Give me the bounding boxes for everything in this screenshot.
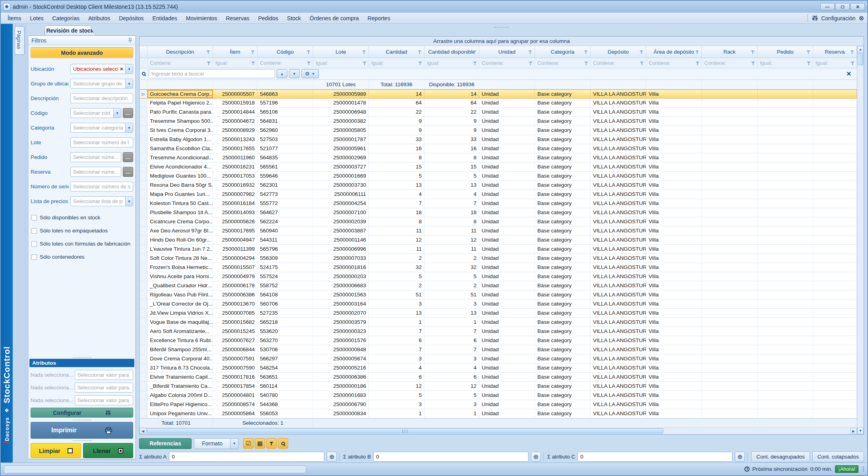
table-row[interactable]: Tresemme Acondicionad...2500001196056483… (140, 153, 857, 163)
table-row[interactable]: Dove Crema Corporal 40...250000075915662… (140, 354, 857, 364)
add-icon[interactable]: ⊕ (735, 452, 745, 462)
table-row[interactable]: Frozen's Bolsa Hermetic...25000015507524… (140, 263, 857, 272)
cont-colapsados-button[interactable]: Cont. colapsados (812, 451, 864, 462)
pin-icon[interactable] (128, 38, 132, 43)
filter-funnel-icon[interactable] (806, 50, 811, 54)
formato-button[interactable]: Formato (194, 438, 231, 449)
menu-item-atributos[interactable]: Atributos (85, 14, 114, 23)
clear-icon[interactable]: ✕ (118, 66, 125, 72)
search-options-button[interactable]: ⚙ ▼ (301, 69, 319, 78)
scroll-down-icon[interactable]: ▼ (857, 428, 864, 434)
filter-field-control[interactable]: ▼ (70, 108, 121, 118)
filter-funnel-icon[interactable] (362, 50, 366, 54)
filter-funnel-icon[interactable] (807, 61, 811, 66)
search-close-icon[interactable]: ✕ (846, 70, 854, 77)
table-row[interactable]: Aero Soft Aromatizante...250000152455536… (140, 327, 857, 336)
column-filter-cell[interactable]: Contiene: (535, 58, 591, 68)
scroll-up-icon[interactable]: ▲ (857, 46, 864, 53)
panel-splitter[interactable] (28, 419, 136, 421)
menu-item-categor-as[interactable]: Categorías (48, 14, 83, 23)
group-by-bar[interactable]: Arrastre una columna aquí para agrupar p… (140, 37, 864, 46)
chevron-down-icon[interactable]: ▼ (113, 108, 121, 118)
menu-item-lotes[interactable]: Lotes (26, 14, 47, 23)
cont-desagrupados-button[interactable]: Cont. desagrupados (751, 451, 810, 462)
table-row[interactable]: Biferdil Shampoo 255ml...250000068445307… (140, 345, 857, 354)
filter-funnel-icon[interactable] (639, 50, 644, 54)
filter-funnel-icon[interactable] (851, 61, 855, 66)
column-header-pedido[interactable]: Pedido (758, 46, 813, 58)
minimize-button[interactable]: — (820, 3, 835, 10)
checklist-button[interactable]: ☑ (243, 438, 254, 449)
table-row[interactable]: Felpita Papel Higienico 2...250000159185… (140, 99, 857, 108)
filter-field-control[interactable]: Ubicaciones seleccion...✕▼ (70, 64, 133, 74)
table-row[interactable]: Mediglove Guantes 100...2500001705355964… (140, 172, 857, 181)
column-filter-cell[interactable]: Contiene: (591, 58, 646, 68)
table-row[interactable]: ElitePro Papel Higienico...2500000857454… (140, 400, 857, 409)
sum-attribute-input[interactable] (169, 452, 324, 462)
limpiar-button[interactable]: Limpiar (31, 443, 81, 458)
filter-funnel-icon[interactable] (751, 61, 756, 66)
splitter-handle[interactable] (494, 27, 509, 29)
resize-grip[interactable] (863, 466, 864, 472)
table-row[interactable]: Vogue Base de maquillaj...25000015682565… (140, 318, 857, 327)
column-header-dep-sito[interactable]: Depósito (591, 46, 646, 58)
atributo-input[interactable] (75, 396, 133, 405)
filter-field-control[interactable] (70, 152, 121, 162)
atributo-control[interactable] (75, 395, 133, 405)
sum-attribute-input[interactable] (577, 452, 732, 462)
column-filter-cell[interactable]: Contiene: (479, 58, 535, 68)
tab-paginas[interactable]: Páginas (15, 26, 25, 55)
filter-checkbox-row[interactable]: Sólo lotes con fórmulas de fabricación (31, 237, 132, 250)
column-header-cantidad-disponible[interactable]: Cantidad disponible (424, 46, 479, 58)
filter-funnel-icon[interactable] (751, 50, 755, 54)
filter-field-input[interactable] (71, 108, 113, 118)
panel-splitter[interactable] (28, 439, 136, 442)
maximize-button[interactable] (835, 3, 850, 10)
filter-checkbox-row[interactable]: Sólo contenedores (31, 250, 132, 263)
filter-funnel-icon[interactable] (473, 50, 477, 54)
table-row[interactable]: Mapa Pro Guantes 1un...25000007982542773… (140, 190, 857, 199)
menu-item-reportes[interactable]: Reportes (364, 14, 394, 23)
column-filter-cell[interactable]: Igual: (424, 58, 479, 68)
search-toggle-button[interactable] (278, 438, 288, 449)
filter-field-input[interactable] (71, 94, 133, 103)
menu-item--rdenes-de-compra[interactable]: Órdenes de compra (306, 14, 362, 23)
column-filter-cell[interactable]: Igual: (213, 58, 258, 68)
sync-now-button[interactable]: ¡Ahora! (835, 465, 858, 473)
column-header-descripci-n[interactable]: Descripción (147, 46, 213, 58)
filter-checkbox-row[interactable]: Sólo disponibles en stock (31, 211, 132, 224)
grid-view-button[interactable]: ▦ (255, 438, 265, 449)
table-row[interactable]: Elvive Tratamiento Capil...2500001781656… (140, 373, 857, 382)
menu-item-pedidos[interactable]: Pedidos (255, 14, 282, 23)
table-row[interactable]: Pato Purific Canasta para...250000148445… (140, 108, 857, 117)
table-row[interactable]: Tresemme Shampoo 500...25000004672564831… (140, 117, 857, 126)
filter-field-input[interactable] (71, 197, 125, 206)
filter-field-control[interactable]: ▼ (70, 123, 133, 133)
column-filter-cell[interactable]: Igual: (813, 58, 857, 68)
menu-item-dep-sitos[interactable]: Depósitos (115, 14, 147, 23)
filter-field-input[interactable] (71, 167, 121, 176)
filter-field-control[interactable] (70, 93, 133, 103)
column-header-lote[interactable]: Lote (313, 46, 369, 58)
column-header--rea-de-dep-sito[interactable]: Área de depósito (646, 46, 702, 58)
filter-funnel-icon[interactable] (640, 61, 644, 66)
chevron-down-icon[interactable]: ▼ (125, 64, 133, 74)
configurar-button[interactable]: Configurar (31, 408, 133, 418)
search-input[interactable] (149, 69, 275, 78)
table-row[interactable]: Rigolleau Vaso Pub Flint...2500000638656… (140, 290, 857, 300)
chevron-down-icon[interactable]: ▼ (125, 123, 133, 132)
checkbox-icon[interactable] (31, 254, 37, 260)
scroll-right-icon[interactable]: ▶ (850, 428, 857, 434)
table-row[interactable]: L'eauvive Tintura 1un 7 2...250000113995… (140, 245, 857, 254)
column-filter-cell[interactable]: Igual: (369, 58, 424, 68)
vertical-scrollbar[interactable]: ▲ ▼ (857, 46, 864, 434)
filter-funnel-icon[interactable] (850, 50, 854, 54)
checkbox-icon[interactable] (31, 241, 37, 247)
table-row[interactable]: Rexona Deo Barra 50gr S...25000016932562… (140, 181, 857, 190)
filter-funnel-icon[interactable] (696, 61, 700, 66)
formato-dropdown-icon[interactable]: ▼ (231, 438, 238, 449)
table-row[interactable]: St Ives Crema Corporal 3...2500000892956… (140, 126, 857, 135)
table-row[interactable]: Jd.View Limpia Vidrios X...2500000708552… (140, 309, 857, 318)
filter-field-control[interactable]: ▼ (70, 79, 133, 89)
chevron-down-icon[interactable]: ▼ (125, 79, 133, 88)
